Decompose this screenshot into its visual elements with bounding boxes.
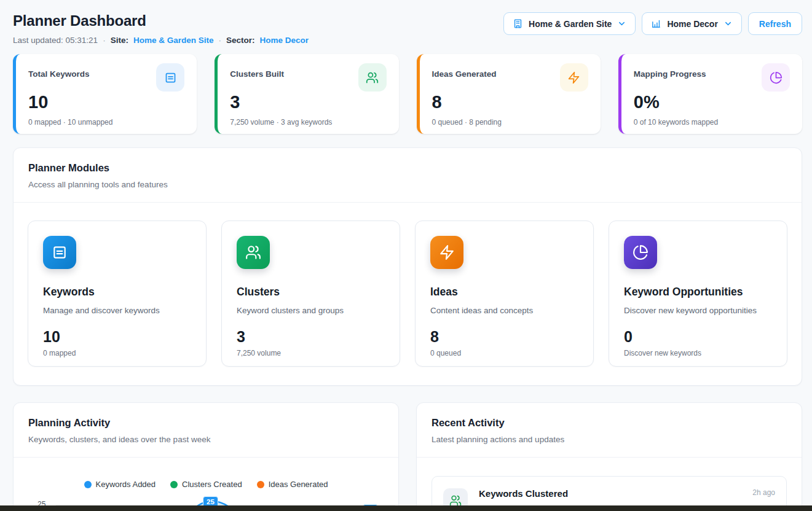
page-header: Planner Dashboard Last updated: 05:31:21…: [13, 12, 802, 45]
building-icon: [513, 18, 523, 29]
meta-separator: ·: [218, 36, 221, 45]
divider: [14, 457, 398, 458]
header-meta: Last updated: 05:31:21 · Site: Home & Ga…: [13, 36, 309, 45]
sector-selector-label: Home Decor: [667, 19, 717, 29]
stat-card-top: Ideas Generated: [432, 63, 588, 92]
site-label: Site:: [111, 36, 128, 45]
legend-dot: [257, 481, 264, 488]
sector-label: Sector:: [226, 36, 255, 45]
module-card-keywords[interactable]: Keywords Manage and discover keywords 10…: [28, 220, 207, 367]
module-description: Discover new keyword opportunities: [624, 306, 772, 315]
planning-activity-panel: Planning Activity Keywords, clusters, an…: [13, 402, 399, 511]
planner-dashboard-page: Planner Dashboard Last updated: 05:31:21…: [0, 0, 812, 511]
module-title: Ideas: [430, 286, 578, 298]
planning-activity-title: Planning Activity: [28, 417, 384, 429]
module-value: 8: [430, 328, 578, 346]
module-title: Clusters: [237, 286, 385, 298]
module-value: 0: [624, 328, 772, 346]
stat-value: 10: [28, 92, 184, 112]
stat-label: Mapping Progress: [634, 63, 706, 79]
users-icon: [358, 63, 387, 92]
recent-activity-title: Recent Activity: [432, 417, 787, 429]
stat-caption: 0 of 10 keywords mapped: [634, 118, 790, 127]
module-value: 3: [237, 328, 385, 346]
panel-head: Planner Modules Access all planning tool…: [14, 148, 802, 202]
stat-caption: 0 queued · 8 pending: [432, 118, 588, 127]
stat-value: 0%: [634, 92, 790, 112]
modules-title: Planner Modules: [28, 162, 787, 174]
activity-top: Keywords Clustered 2h ago: [479, 488, 775, 499]
stat-value: 8: [432, 92, 588, 112]
module-card-ideas[interactable]: Ideas Content ideas and concepts 8 0 que…: [415, 220, 594, 367]
module-title: Keywords: [43, 286, 191, 298]
legend-item-ideas-generated[interactable]: Ideas Generated: [257, 480, 328, 489]
module-card-clusters[interactable]: Clusters Keyword clusters and groups 3 7…: [221, 220, 400, 367]
meta-separator: ·: [103, 36, 106, 45]
legend-dot: [84, 481, 92, 488]
stat-card-clusters-built: Clusters Built 3 7,250 volume · 3 avg ke…: [215, 54, 398, 134]
legend-label: Clusters Created: [182, 480, 242, 489]
stat-caption: 0 mapped · 10 unmapped: [28, 118, 184, 127]
planner-modules-panel: Planner Modules Access all planning tool…: [13, 147, 802, 386]
header-left: Planner Dashboard Last updated: 05:31:21…: [13, 12, 309, 45]
file-text-icon: [43, 236, 76, 269]
stat-card-total-keywords: Total Keywords 10 0 mapped · 10 unmapped: [13, 54, 197, 134]
modules-row: Keywords Manage and discover keywords 10…: [14, 203, 802, 385]
module-caption: 7,250 volume: [237, 349, 385, 357]
chevron-down-icon: [617, 19, 626, 28]
bottom-taskbar-strip: [0, 505, 812, 511]
recent-activity-subtitle: Latest planning actions and updates: [432, 435, 787, 444]
stat-value: 3: [230, 92, 386, 112]
last-updated-text: Last updated: 05:31:21: [13, 36, 98, 45]
legend-item-clusters-created[interactable]: Clusters Created: [170, 480, 242, 489]
stat-card-ideas-generated: Ideas Generated 8 0 queued · 8 pending: [417, 54, 601, 134]
stats-row: Total Keywords 10 0 mapped · 10 unmapped…: [13, 54, 802, 134]
stat-card-top: Total Keywords: [28, 63, 184, 92]
zap-icon: [430, 236, 463, 269]
divider: [417, 457, 802, 458]
module-title: Keyword Opportunities: [624, 286, 772, 298]
stat-card-top: Mapping Progress: [634, 63, 790, 92]
page-title: Planner Dashboard: [13, 12, 309, 29]
users-icon: [237, 236, 270, 269]
module-card-keyword-opportunities[interactable]: Keyword Opportunities Discover new keywo…: [609, 220, 787, 367]
pie-chart-icon: [762, 63, 790, 92]
legend-item-keywords-added[interactable]: Keywords Added: [84, 480, 156, 489]
bar-chart-icon: [651, 18, 661, 29]
legend-dot: [170, 481, 178, 488]
refresh-button[interactable]: Refresh: [748, 12, 802, 35]
module-description: Content ideas and concepts: [430, 306, 578, 315]
site-selector-label: Home & Garden Site: [529, 19, 612, 29]
module-description: Keyword clusters and groups: [237, 306, 385, 315]
stat-card-mapping-progress: Mapping Progress 0% 0 of 10 keywords map…: [618, 54, 802, 134]
planning-activity-subtitle: Keywords, clusters, and ideas over the p…: [28, 435, 384, 444]
site-link[interactable]: Home & Garden Site: [133, 36, 214, 45]
legend-label: Ideas Generated: [269, 480, 328, 489]
module-value: 10: [43, 328, 191, 346]
stat-label: Total Keywords: [28, 63, 90, 79]
file-text-icon: [156, 63, 184, 92]
pie-chart-icon: [624, 236, 657, 269]
module-caption: Discover new keywords: [624, 349, 772, 357]
header-controls: Home & Garden Site Home Decor Refresh: [503, 12, 802, 35]
panel-head: Recent Activity Latest planning actions …: [417, 403, 802, 457]
chevron-down-icon: [723, 19, 733, 28]
module-caption: 0 queued: [430, 349, 578, 357]
chart-legend: Keywords Added Clusters Created Ideas Ge…: [14, 480, 398, 489]
module-description: Manage and discover keywords: [43, 306, 191, 315]
stat-card-top: Clusters Built: [230, 63, 386, 92]
activity-title: Keywords Clustered: [479, 488, 568, 499]
bottom-row: Planning Activity Keywords, clusters, an…: [13, 402, 802, 511]
stat-caption: 7,250 volume · 3 avg keywords: [230, 118, 386, 127]
panel-head: Planning Activity Keywords, clusters, an…: [14, 403, 398, 457]
stat-label: Clusters Built: [230, 63, 284, 79]
sector-link[interactable]: Home Decor: [259, 36, 309, 45]
activity-timestamp: 2h ago: [752, 488, 775, 497]
sector-selector-dropdown[interactable]: Home Decor: [642, 12, 741, 35]
recent-activity-panel: Recent Activity Latest planning actions …: [416, 402, 802, 511]
modules-subtitle: Access all planning tools and features: [28, 180, 787, 189]
module-caption: 0 mapped: [43, 349, 191, 357]
legend-label: Keywords Added: [96, 480, 156, 489]
site-selector-dropdown[interactable]: Home & Garden Site: [503, 12, 636, 35]
stat-label: Ideas Generated: [432, 63, 497, 79]
